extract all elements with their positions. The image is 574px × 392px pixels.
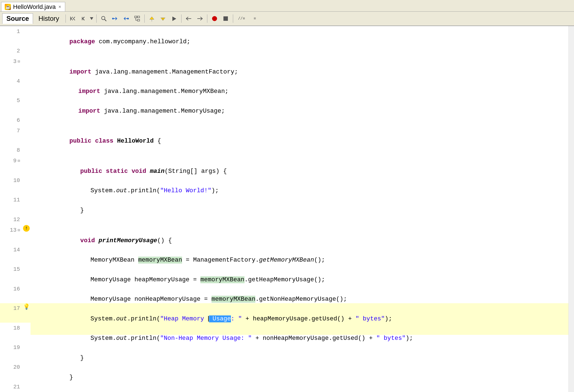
- line-gutter-20: 20: [0, 362, 22, 372]
- svg-rect-8: [137, 16, 140, 18]
- toggle-comment-button[interactable]: //≡: [235, 14, 248, 24]
- code-area[interactable]: 1 package com.mycompany.helloworld; 2 3: [0, 26, 568, 392]
- text-cursor: [208, 316, 209, 322]
- method-ref: out: [116, 315, 127, 322]
- string-literal: "Hello World!": [160, 187, 212, 194]
- class-name: HelloWorld: [117, 138, 154, 145]
- keyword: import: [78, 108, 104, 115]
- warning-icon: !: [23, 225, 30, 232]
- keyword: import: [69, 69, 95, 75]
- toolbar: Source History: [0, 12, 574, 26]
- table-row: 9 ⊟ public static void main(String[] arg…: [0, 156, 568, 175]
- code-text: MemoryUsage nonHeapMemoryUsage =: [90, 296, 212, 303]
- toggle-uncomment-button[interactable]: ≡: [249, 14, 261, 24]
- line-content-12[interactable]: [31, 214, 568, 225]
- table-row: 11 }: [0, 195, 568, 214]
- string-literal: : ": [231, 315, 246, 322]
- method-name: main: [150, 168, 165, 175]
- keyword: void: [132, 168, 150, 175]
- line-gutter-12: 12: [0, 214, 22, 225]
- fold-icon[interactable]: ⊟: [18, 59, 20, 64]
- vertical-scrollbar[interactable]: [568, 26, 574, 392]
- line-gutter-10: 10: [0, 175, 22, 186]
- table-row: 17 💡 System.out.println("Heap Memory Usa…: [0, 303, 568, 323]
- line-content-21[interactable]: [31, 381, 568, 392]
- lightbulb-icon[interactable]: 💡: [23, 303, 30, 310]
- code-text: .println(: [127, 335, 160, 342]
- code-text: MemoryUsage heapMemoryUsage =: [90, 276, 200, 283]
- line-indicator-13: !: [22, 225, 31, 232]
- code-text: {: [154, 138, 161, 145]
- table-row: 18 System.out.println("Non-Heap Memory U…: [0, 323, 568, 342]
- toolbar-separator-6: [233, 14, 233, 23]
- tab-label: HelloWorld.java: [13, 3, 56, 11]
- last-edit-location-button[interactable]: [169, 14, 179, 24]
- line-number: 14: [13, 247, 20, 253]
- fold-icon[interactable]: ⊟: [18, 158, 20, 163]
- table-row: 1 package com.mycompany.helloworld;: [0, 26, 568, 46]
- java-file-icon: ☕: [5, 4, 11, 10]
- table-row: 6: [0, 115, 568, 125]
- line-number: 4: [17, 78, 20, 84]
- string-literal: " bytes": [376, 335, 406, 342]
- line-number: 21: [13, 384, 20, 390]
- table-row: 10 System.out.println("Hello World!");: [0, 175, 568, 195]
- line-gutter-14: 14: [0, 244, 22, 255]
- table-row: 21: [0, 381, 568, 392]
- line-content-8[interactable]: [31, 145, 568, 156]
- svg-rect-1: [82, 17, 82, 20]
- prev-annotation-button[interactable]: !: [147, 14, 157, 24]
- line-number: 18: [13, 325, 20, 331]
- line-number: 6: [17, 117, 20, 123]
- fold-icon[interactable]: ⊟: [18, 228, 20, 232]
- prev-edit-button[interactable]: [79, 14, 89, 24]
- code-text: () {: [157, 237, 172, 244]
- tab-close-button[interactable]: ×: [58, 4, 62, 9]
- svg-line-4: [105, 19, 106, 21]
- open-type-button[interactable]: [121, 14, 131, 24]
- highlighted-var: memoryMXBean: [212, 296, 255, 303]
- line-number: 16: [13, 286, 20, 292]
- toolbar-separator-4: [181, 14, 182, 23]
- line-number: 5: [17, 97, 20, 104]
- dropdown-btn[interactable]: [89, 14, 94, 24]
- source-tab[interactable]: Source: [2, 13, 33, 24]
- stop-button[interactable]: [221, 14, 231, 24]
- line-gutter-8: 8: [0, 145, 22, 156]
- code-text: .println(: [127, 315, 160, 322]
- nav-forward-button[interactable]: [195, 14, 205, 24]
- next-annotation-button[interactable]: !: [158, 14, 168, 24]
- method-ref: out: [116, 187, 127, 194]
- keyword: void: [80, 237, 99, 244]
- table-row: 7 public class HelloWorld {: [0, 125, 568, 145]
- file-tab[interactable]: ☕ HelloWorld.java ×: [1, 2, 65, 11]
- line-content-2[interactable]: [31, 46, 568, 56]
- back-to-previous-button[interactable]: [68, 14, 78, 24]
- toggle-breakpoint-button[interactable]: [210, 14, 220, 24]
- toolbar-separator-1: [66, 14, 66, 23]
- keyword: static: [106, 168, 131, 175]
- search-button[interactable]: [99, 14, 109, 24]
- line-number: 2: [17, 48, 20, 54]
- code-text: }: [69, 374, 73, 381]
- code-text: System.: [90, 315, 116, 322]
- code-text: );: [406, 335, 413, 342]
- history-tab[interactable]: History: [34, 13, 63, 24]
- toolbar-separator-2: [96, 14, 97, 23]
- keyword: public: [80, 168, 106, 175]
- open-declaration-button[interactable]: [110, 14, 120, 24]
- code-text: (String[] args) {: [165, 168, 227, 175]
- line-content-6[interactable]: [31, 115, 568, 125]
- line-indicator-17: 💡: [22, 303, 31, 310]
- table-row: 8: [0, 145, 568, 156]
- line-number: 3: [13, 58, 17, 65]
- open-call-hierarchy-button[interactable]: [132, 14, 142, 24]
- line-gutter-18: 18: [0, 323, 22, 333]
- line-number: 12: [13, 216, 20, 223]
- line-gutter-16: 16: [0, 284, 22, 294]
- toolbar-separator-5: [207, 14, 207, 23]
- code-text: = ManagementFactory.: [182, 257, 259, 264]
- line-number: 15: [13, 266, 20, 272]
- nav-backward-button[interactable]: [184, 14, 194, 24]
- highlighted-var: memoryMXBean: [200, 276, 244, 283]
